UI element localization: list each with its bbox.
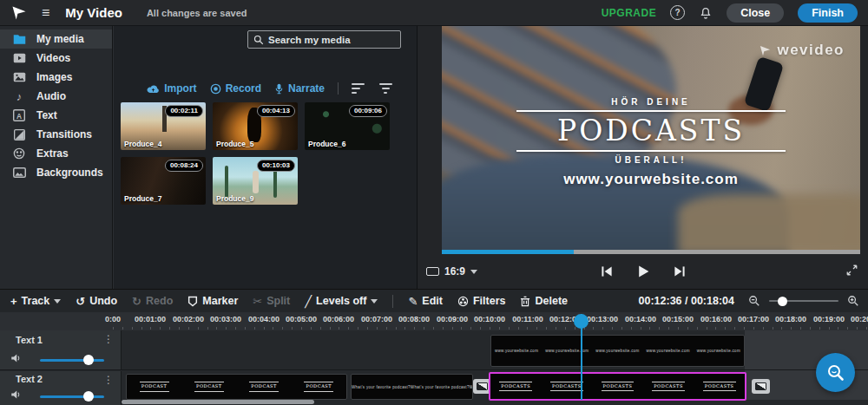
sidebar-item-extras[interactable]: Extras <box>0 144 112 163</box>
volume-slider-handle[interactable] <box>83 391 94 402</box>
clip-name: Produce_5 <box>216 140 253 148</box>
preview-panel: wevideo HÖR DEINE PODCASTS ÜBERALL! www.… <box>417 26 868 289</box>
divider <box>392 295 393 308</box>
playhead-handle[interactable] <box>574 314 589 329</box>
track-name: Text 2 <box>16 374 43 384</box>
timeline-clip-text1[interactable]: www.yourwebsite.com www.yourwebsite.com … <box>490 335 745 367</box>
zoom-in-icon[interactable] <box>847 295 859 307</box>
kebab-menu-icon[interactable]: ⋮ <box>103 333 114 345</box>
bell-icon[interactable] <box>699 6 713 20</box>
volume-slider-handle[interactable] <box>83 355 94 365</box>
clip-frame-text: What's your favorite podcast? <box>352 385 411 389</box>
close-button[interactable]: Close <box>727 3 784 23</box>
finish-button[interactable]: Finish <box>798 3 858 23</box>
split-button[interactable]: ✂ Split <box>253 295 290 307</box>
redo-icon: ↻ <box>132 296 141 307</box>
ruler-label: 00:07:00 <box>361 315 392 323</box>
import-button[interactable]: Import <box>147 82 196 95</box>
sidebar-item-transitions[interactable]: Transitions <box>0 125 112 144</box>
add-track-button[interactable]: + Track <box>10 295 61 307</box>
media-clip-produce-4[interactable]: 00:02:11 Produce_4 <box>121 102 206 150</box>
volume-slider-track <box>40 359 104 362</box>
kebab-menu-icon[interactable]: ⋮ <box>103 374 114 386</box>
ruler-label: 00:04:00 <box>248 315 279 323</box>
narrate-button[interactable]: Narrate <box>274 82 325 95</box>
help-icon[interactable]: ? <box>670 5 685 20</box>
clip-frame-text: What's your favorite podcast? <box>411 385 470 389</box>
transitions-icon <box>12 127 26 141</box>
track-row-text1: www.yourwebsite.com www.yourwebsite.com … <box>0 330 868 370</box>
edit-button[interactable]: ✎ Edit <box>408 295 443 307</box>
speaker-icon[interactable] <box>10 351 22 367</box>
narrate-label: Narrate <box>288 82 325 95</box>
backgrounds-icon <box>12 166 26 180</box>
help-search-fab[interactable] <box>816 353 855 392</box>
upgrade-link[interactable]: UPGRADE <box>602 7 657 19</box>
search-box[interactable] <box>247 30 401 49</box>
skip-to-start-button[interactable] <box>600 265 614 278</box>
timeline-clip-podcasts-selected[interactable]: PODCASTS PODCASTS PODCASTS PODCASTS PODC… <box>489 372 746 401</box>
import-label: Import <box>164 82 196 95</box>
filters-button[interactable]: Filters <box>457 295 506 307</box>
video-scene <box>678 194 860 250</box>
sidebar-item-audio[interactable]: ♪ Audio <box>0 87 112 106</box>
undo-button[interactable]: ↺ Undo <box>76 295 117 307</box>
search-input[interactable] <box>268 35 395 45</box>
hamburger-menu-icon[interactable]: ≡ <box>42 6 49 20</box>
ruler-label: 00:15:00 <box>662 315 694 323</box>
sidebar-item-images[interactable]: Images <box>0 68 112 87</box>
timeline-tracks: www.yourwebsite.com www.yourwebsite.com … <box>0 330 868 405</box>
speaker-icon[interactable] <box>10 388 22 403</box>
ruler-label: 00:14:00 <box>625 315 656 323</box>
chevron-down-icon <box>371 299 378 304</box>
play-button[interactable] <box>636 265 650 278</box>
timeline-zoom-slider[interactable] <box>769 296 838 306</box>
media-panel: Import Record Narrate 00:02:11 Produce_4 <box>114 26 417 289</box>
overlay-line2: PODCASTS <box>516 115 786 147</box>
marker-button[interactable]: Marker <box>187 295 238 307</box>
sidebar-item-videos[interactable]: Videos <box>0 49 112 68</box>
sidebar-item-text[interactable]: A Text <box>0 106 112 125</box>
thumbnail-art <box>253 171 259 193</box>
delete-button[interactable]: Delete <box>520 295 568 307</box>
skip-to-end-button[interactable] <box>673 265 687 278</box>
edit-label: Edit <box>422 295 443 307</box>
aspect-ratio-selector[interactable]: 16:9 <box>426 265 477 278</box>
image-icon <box>12 70 26 84</box>
project-title[interactable]: My Video <box>65 5 122 20</box>
media-clip-produce-7[interactable]: 00:08:24 Produce_7 <box>121 157 206 205</box>
timeline-toolbar-right: 00:12:36 / 00:18:04 <box>639 295 860 307</box>
media-clip-produce-9[interactable]: 00:10:03 Produce_9 <box>213 157 298 205</box>
fullscreen-icon[interactable] <box>845 264 858 280</box>
timeline-clip-question[interactable]: What's your favorite podcast? What's you… <box>351 374 473 400</box>
transition-icon <box>477 382 488 390</box>
volume-slider[interactable] <box>40 391 104 402</box>
timeline-clip-podcast[interactable]: PODCAST PODCAST PODCAST PODCAST <box>126 374 347 400</box>
topbar-actions: UPGRADE ? Close Finish <box>602 3 868 23</box>
volume-slider[interactable] <box>40 355 104 365</box>
clip-name: Produce_6 <box>308 140 345 148</box>
ruler-label: 00:10:00 <box>474 315 505 323</box>
video-preview[interactable]: wevideo HÖR DEINE PODCASTS ÜBERALL! www.… <box>442 26 860 250</box>
overlay-rule <box>516 110 786 112</box>
filter-sort-icon[interactable] <box>378 83 392 94</box>
track-label: Track <box>22 295 50 307</box>
media-clip-produce-5[interactable]: 00:04:13 Produce_5 <box>213 102 298 150</box>
clip-frame-text: PODCASTS <box>652 382 685 392</box>
sidebar-item-backgrounds[interactable]: Backgrounds <box>0 163 112 182</box>
record-button[interactable]: Record <box>210 82 261 95</box>
zoom-out-icon[interactable] <box>748 295 760 307</box>
ruler-label: 00:02:00 <box>173 315 204 323</box>
media-clip-produce-6[interactable]: 00:09:06 Produce_6 <box>305 102 390 150</box>
timeline-ruler[interactable]: 0:00 00:01:00 00:02:00 00:03:00 00:04:00… <box>0 312 868 330</box>
sort-icon[interactable] <box>352 83 365 94</box>
record-label: Record <box>226 82 261 95</box>
sidebar-item-my-media[interactable]: My media <box>0 29 112 49</box>
redo-button[interactable]: ↻ Redo <box>132 295 173 307</box>
horizontal-scrollbar[interactable] <box>122 400 314 404</box>
transition-button[interactable] <box>752 379 770 394</box>
levels-label: Levels off <box>316 295 366 307</box>
zoom-slider-handle[interactable] <box>778 297 787 306</box>
clip-duration-badge: 00:10:03 <box>257 160 295 172</box>
levels-button[interactable]: ╱ Levels off <box>305 295 378 307</box>
